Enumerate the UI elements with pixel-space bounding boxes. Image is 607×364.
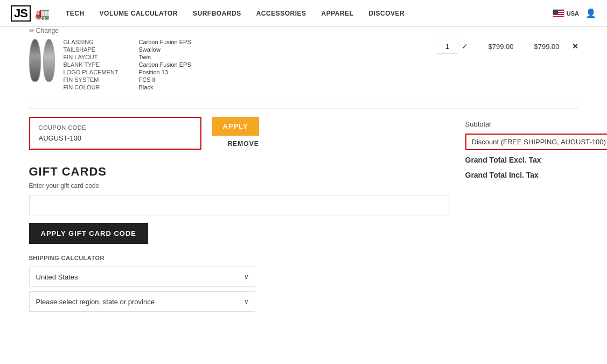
order-summary: Subtotal $799.00 Discount (FREE SHIPPING… (465, 117, 608, 316)
unit-price: $799.00 (476, 43, 514, 51)
grand-incl-row: Grand Total Incl. Tax $699.00 (465, 167, 608, 183)
user-icon[interactable]: 👤 (585, 8, 596, 18)
product-info: GLASSING Carbon Fusion EPS TAILSHAPE Swa… (64, 39, 437, 92)
logo-area: JS 🚛 (11, 5, 50, 22)
nav-apparel[interactable]: APPAREL (322, 10, 354, 17)
coupon-label: COUPON CODE (39, 124, 192, 131)
detail-glassing: GLASSING Carbon Fusion EPS (64, 39, 437, 45)
remove-coupon-button[interactable]: REMOVE (228, 140, 259, 148)
detail-fin-layout: FIN LAYOUT Twin (64, 54, 437, 60)
coupon-box: COUPON CODE AUGUST-100 (29, 117, 201, 150)
gift-cards-title: GIFT CARDS (29, 165, 449, 179)
product-qty-price: 1 ✓ $799.00 $799.00 ✕ (437, 39, 578, 54)
nav-discover[interactable]: DISCOVER (368, 10, 404, 17)
shipping-calculator-section: SHIPPING CALCULATOR United States ∨ Plea… (29, 255, 449, 312)
country-label: USA (567, 10, 579, 17)
detail-blank-type: BLANK TYPE Carbon Fusion EPS (64, 61, 437, 68)
apply-coupon-button[interactable]: APPLY (212, 117, 259, 136)
coupon-section: COUPON CODE AUGUST-100 APPLY REMOVE (29, 117, 449, 150)
discount-label: Discount (FREE SHIPPING, AUGUST-100) (472, 138, 606, 146)
change-link[interactable]: Change (29, 27, 578, 34)
content-layout: COUPON CODE AUGUST-100 APPLY REMOVE GIFT… (29, 117, 578, 316)
content-left: COUPON CODE AUGUST-100 APPLY REMOVE GIFT… (29, 117, 449, 316)
total-price: $799.00 (522, 43, 560, 51)
quantity-input[interactable]: 1 (437, 39, 458, 54)
quantity-check-icon[interactable]: ✓ (462, 42, 468, 51)
shipping-calculator-title: SHIPPING CALCULATOR (29, 255, 449, 261)
board-image-left (29, 39, 41, 82)
subtotal-row: Subtotal $799.00 (465, 117, 608, 131)
detail-fin-system: FIN SYSTEM FCS II (64, 76, 437, 83)
grand-incl-label: Grand Total Incl. Tax (465, 171, 539, 179)
main-content: Change GLASSING Carbon Fusion EPS TAILSH… (8, 27, 600, 327)
gift-card-input[interactable] (29, 195, 449, 215)
region-select-wrapper: Please select region, state or province … (29, 291, 255, 312)
nav-volume-calculator[interactable]: VOLUME CALCULATOR (100, 10, 178, 17)
coupon-value: AUGUST-100 (39, 134, 192, 142)
js-logo: JS (11, 5, 31, 22)
grand-excl-label: Grand Total Excl. Tax (465, 156, 541, 164)
nav-tech[interactable]: TECH (66, 10, 85, 17)
grand-excl-row: Grand Total Excl. Tax $699.00 (465, 152, 608, 167)
apply-gift-card-button[interactable]: APPLY GIFT CARD CODE (29, 223, 148, 244)
country-select[interactable]: United States (29, 267, 255, 287)
header-right: USA 👤 (553, 8, 596, 18)
main-nav: TECH VOLUME CALCULATOR SURFBOARDS ACCESS… (66, 10, 553, 17)
truck-icon: 🚛 (35, 6, 50, 20)
board-image-right (43, 39, 55, 82)
site-header: JS 🚛 TECH VOLUME CALCULATOR SURFBOARDS A… (0, 0, 607, 27)
product-section: Change GLASSING Carbon Fusion EPS TAILSH… (29, 27, 578, 100)
gift-cards-section: GIFT CARDS Enter your gift card code APP… (29, 165, 449, 244)
quantity-box: 1 ✓ (437, 39, 468, 54)
remove-item-button[interactable]: ✕ (572, 42, 578, 51)
product-row: GLASSING Carbon Fusion EPS TAILSHAPE Swa… (29, 39, 578, 92)
country-select-wrapper: United States ∨ (29, 267, 255, 287)
detail-logo-placement: LOGO PLACEMENT Position 13 (64, 69, 437, 75)
discount-row: Discount (FREE SHIPPING, AUGUST-100) -$1… (465, 134, 608, 150)
region-select[interactable]: Please select region, state or province (29, 291, 255, 312)
nav-surfboards[interactable]: SURFBOARDS (193, 10, 241, 17)
coupon-actions: APPLY REMOVE (212, 117, 259, 148)
detail-tailshape: TAILSHAPE Swallow (64, 46, 437, 53)
divider (29, 108, 578, 109)
nav-accessories[interactable]: ACCESSORIES (256, 10, 306, 17)
flag-icon (553, 9, 564, 17)
detail-fin-colour: FIN COLOUR Black (64, 84, 437, 90)
subtotal-label: Subtotal (465, 120, 491, 128)
product-image (29, 39, 55, 82)
gift-cards-description: Enter your gift card code (29, 182, 449, 190)
